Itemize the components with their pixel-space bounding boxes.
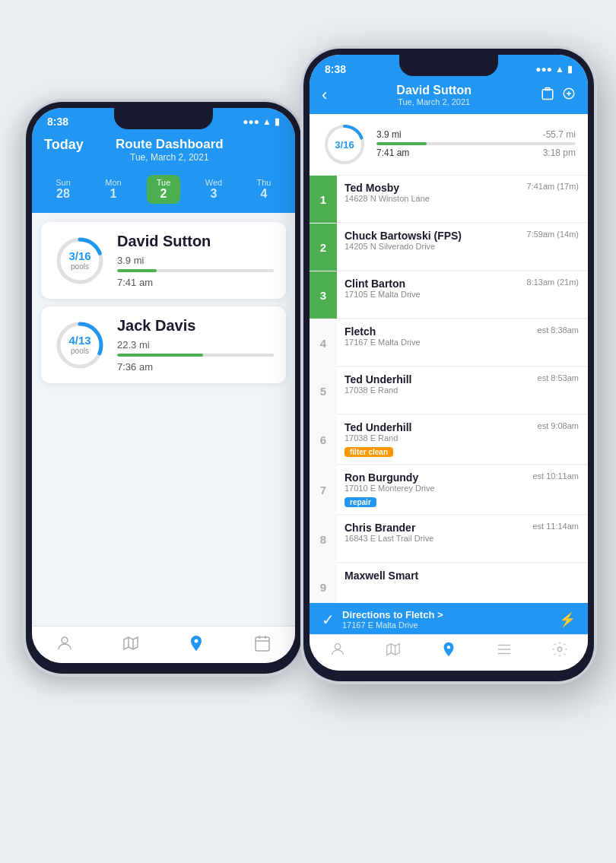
day-sun[interactable]: Sun 28 <box>46 175 80 204</box>
nav-map-right[interactable] <box>385 641 402 662</box>
stop-name-6: Ted Underhill <box>345 421 411 433</box>
stop-num-1: 1 <box>310 176 337 223</box>
stop-num-2: 2 <box>310 224 337 271</box>
stop-time-4: est 8:38am <box>538 325 579 335</box>
stop-name-1: Ted Mosby <box>345 182 430 194</box>
phone-right: 8:38 ●●● ▲ ▮ ‹ David Sutton Tue, March 2… <box>300 46 597 684</box>
stop-time-3: 8:13am (21m) <box>527 278 579 287</box>
nav-person-left[interactable] <box>56 634 74 652</box>
stop-name-2: Chuck Bartowski (FPS) <box>345 230 462 242</box>
stop-6[interactable]: 6 Ted Underhill 17038 E Rand filter clea… <box>310 415 588 465</box>
detail-header: ‹ David Sutton Tue, March 2, 2021 <box>310 79 588 114</box>
stop-num-4: 4 <box>310 319 337 366</box>
summary-time-end: 3:18 pm <box>543 148 576 158</box>
svg-point-4 <box>62 637 68 643</box>
day-thu[interactable]: Thu 4 <box>247 175 281 204</box>
notch-right <box>399 55 498 76</box>
stop-9[interactable]: 9 Maxwell Smart <box>310 563 588 603</box>
stop-time-5: est 8:53am <box>538 373 579 382</box>
stop-name-3: Clint Barton <box>345 278 421 290</box>
stop-time-6: est 9:08am <box>538 421 579 430</box>
svg-rect-12 <box>542 89 553 99</box>
stop-tag-6: filter clean <box>345 447 393 457</box>
status-icons-right: ●●● ▲ ▮ <box>535 64 573 75</box>
summary-fraction: 3/16 <box>335 139 354 151</box>
stop-time-1: 7:41am (17m) <box>527 182 579 191</box>
notch-left <box>114 108 213 129</box>
day-tue[interactable]: Tue 2 <box>147 175 180 204</box>
stop-time-8: est 11:14am <box>532 522 579 531</box>
stop-addr-6: 17038 E Rand <box>345 433 411 443</box>
stop-num-5: 5 <box>310 367 337 414</box>
route-card-david[interactable]: 3/16 pools David Sutton 3.9 mi 7:41 am <box>41 222 286 299</box>
check-icon: ✓ <box>322 611 335 629</box>
stop-1[interactable]: 1 Ted Mosby 14628 N Winston Lane 7:41am … <box>310 176 588 223</box>
day-mon[interactable]: Mon 1 <box>97 175 130 204</box>
stop-tag-7: repair <box>345 497 376 507</box>
day-thu-name: Thu <box>257 178 271 187</box>
david-dist-fill <box>117 269 157 272</box>
day-wed[interactable]: Wed 3 <box>197 175 230 204</box>
status-icons-left: ●●● ▲ ▮ <box>243 116 280 127</box>
stop-addr-1: 14628 N Winston Lane <box>345 194 430 203</box>
route-cards-container: 3/16 pools David Sutton 3.9 mi 7:41 am <box>32 213 295 392</box>
nav-gear-right[interactable] <box>551 641 568 662</box>
stop-4[interactable]: 4 Fletch 17167 E Malta Drive est 8:38am <box>310 319 588 366</box>
stop-name-5: Ted Underhill <box>345 373 411 385</box>
david-dist-bar <box>117 269 274 272</box>
stop-name-7: Ron Burgundy <box>345 471 435 484</box>
david-unit: pools <box>68 262 90 271</box>
jack-dist-fill <box>117 354 203 357</box>
nav-calendar-left[interactable] <box>253 634 271 652</box>
day-tue-num: 2 <box>160 187 167 201</box>
stop-5[interactable]: 5 Ted Underhill 17038 E Rand est 8:53am <box>310 367 588 414</box>
nav-person-right[interactable] <box>329 641 346 662</box>
day-selector: Sun 28 Mon 1 Tue 2 Wed 3 <box>32 172 295 213</box>
stop-8[interactable]: 8 Chris Brander 16843 E Last Trail Drive… <box>310 516 588 563</box>
summary-dist-fill <box>376 142 427 145</box>
direction-bar[interactable]: ✓ Directions to Fletch > 17167 E Malta D… <box>310 603 588 634</box>
lightning-icon[interactable]: ⚡ <box>559 611 576 628</box>
nav-map-left[interactable] <box>122 634 140 652</box>
nav-location-right[interactable] <box>440 641 457 662</box>
bottom-nav-left <box>32 626 295 663</box>
stop-num-6: 6 <box>310 415 337 465</box>
summary-dist-bar <box>376 142 576 145</box>
route-dashboard-date: Tue, March 2, 2021 <box>116 152 224 163</box>
wifi-icon-r: ▲ <box>555 64 564 75</box>
stop-name-9: Maxwell Smart <box>345 570 579 582</box>
jack-dist-bar <box>117 354 274 357</box>
david-name: David Sutton <box>117 233 274 250</box>
battery-icon-r: ▮ <box>567 64 573 75</box>
today-label: Today <box>44 137 84 153</box>
direction-addr: 17167 E Malta Drive <box>342 620 551 630</box>
stop-addr-8: 16843 E Last Trail Drive <box>345 534 433 543</box>
status-time-left: 8:38 <box>47 116 68 128</box>
stop-addr-3: 17105 E Malta Drive <box>345 290 421 299</box>
wifi-icon: ▲ <box>262 116 271 127</box>
stop-name-8: Chris Brander <box>345 522 433 534</box>
stop-time-2: 7:59am (14m) <box>527 230 579 239</box>
back-button[interactable]: ‹ <box>322 85 327 105</box>
david-fraction: 3/16 <box>68 250 90 263</box>
svg-point-18 <box>335 644 340 649</box>
day-sun-name: Sun <box>56 178 71 187</box>
day-wed-name: Wed <box>205 178 222 187</box>
route-dashboard-title: Route Dashboard <box>116 137 224 152</box>
signal-icon: ●●● <box>243 116 259 127</box>
route-card-jack[interactable]: 4/13 pools Jack Davis 22.3 mi 7:36 am <box>41 306 286 383</box>
jack-fraction: 4/13 <box>68 335 90 347</box>
clipboard-icon[interactable] <box>541 87 554 104</box>
stop-num-8: 8 <box>310 516 337 563</box>
stop-3[interactable]: 3 Clint Barton 17105 E Malta Drive 8:13a… <box>310 271 588 319</box>
stop-name-4: Fletch <box>345 325 421 338</box>
add-icon[interactable] <box>562 87 576 104</box>
nav-list-right[interactable] <box>496 641 513 662</box>
stop-num-3: 3 <box>310 271 337 319</box>
stop-num-9: 9 <box>310 563 337 603</box>
stop-addr-4: 17167 E Malta Drive <box>345 338 421 347</box>
stop-addr-2: 14205 N Silverado Drive <box>345 242 462 251</box>
stop-2[interactable]: 2 Chuck Bartowski (FPS) 14205 N Silverad… <box>310 224 588 271</box>
nav-location-left[interactable] <box>187 634 205 652</box>
stop-7[interactable]: 7 Ron Burgundy 17010 E Monterey Drive re… <box>310 465 588 515</box>
